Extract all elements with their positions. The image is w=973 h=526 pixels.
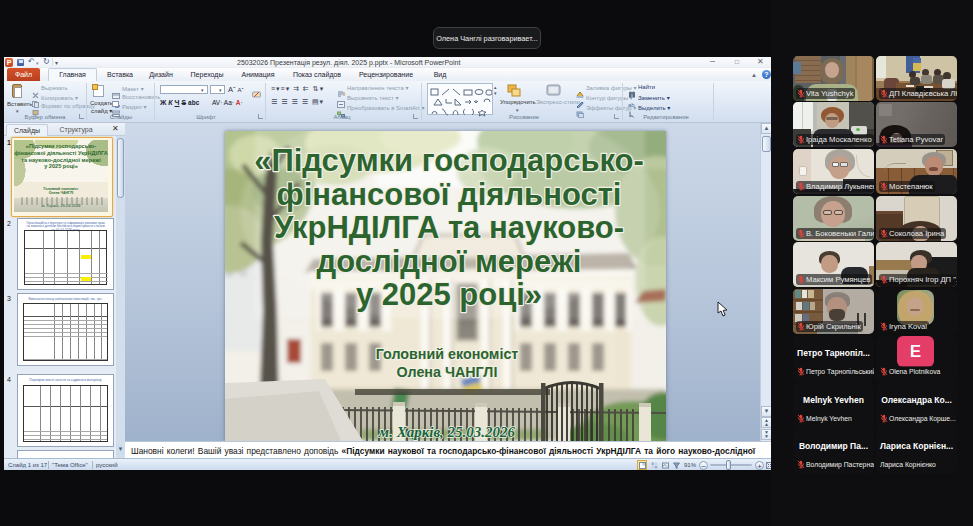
- svg-text:УкрНДІЛГА та науково-: УкрНДІЛГА та науково-: [274, 210, 624, 245]
- svg-text:Головний економіст: Головний економіст: [376, 346, 519, 362]
- svg-text:Олена ЧАНГЛІ: Олена ЧАНГЛІ: [397, 364, 498, 380]
- svg-text:«Підсумки господарсько-: «Підсумки господарсько-: [254, 143, 644, 178]
- svg-text:м. Харків, 25.03.2026: м. Харків, 25.03.2026: [378, 424, 516, 440]
- svg-text:дослідної мережі: дослідної мережі: [317, 244, 582, 279]
- svg-text:у 2025 році»: у 2025 році»: [356, 277, 542, 312]
- svg-text:фінансової діяльності: фінансової діяльності: [277, 177, 622, 212]
